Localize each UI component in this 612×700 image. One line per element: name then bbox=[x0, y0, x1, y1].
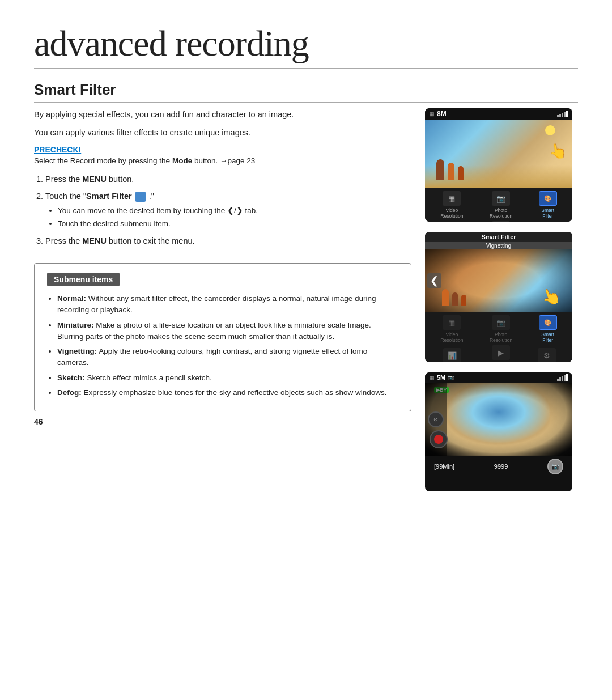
screen3-signal-icon bbox=[557, 374, 568, 381]
screen2-photo: ❮ 👆 bbox=[425, 249, 572, 312]
intro-line1: By applying special effects, you can add… bbox=[34, 108, 411, 121]
submenu-item-defog: Defog: Expressly emphasize blue tones fo… bbox=[57, 387, 398, 398]
screen3-count: 9999 bbox=[494, 463, 508, 470]
page-number: 46 bbox=[34, 417, 411, 426]
step-2-bullet-2: Touch the desired submenu item. bbox=[58, 218, 411, 230]
step-2-bullet-1: You can move to the desired item by touc… bbox=[58, 205, 411, 217]
photo-res-icon: 📷 bbox=[492, 191, 510, 206]
smart-filter-icon-box: 🎨 bbox=[539, 191, 557, 206]
screen2-sub: Vignetting bbox=[425, 242, 572, 249]
signal-icon bbox=[557, 111, 568, 117]
step-1: Press the MENU button. bbox=[45, 173, 411, 185]
submenu-item-normal: Normal: Without any smart filter effect,… bbox=[57, 293, 398, 316]
submenu-item-miniature: Miniature: Make a photo of a life-size l… bbox=[57, 320, 398, 343]
screen3-photo: ▶BY ⊙ bbox=[425, 383, 572, 456]
submenu-list: Normal: Without any smart filter effect,… bbox=[47, 293, 398, 398]
submenu-item-sketch: Sketch: Sketch effect mimics a pencil sk… bbox=[57, 372, 398, 384]
screen2-panorama: 📊 Panorama bbox=[441, 348, 464, 362]
steps-list: Press the MENU button. Touch the "Smart … bbox=[34, 173, 411, 247]
submenu-item-vignetting: Vignetting: Apply the retro-looking colo… bbox=[57, 346, 398, 369]
screen1-photo-res: 📷 PhotoResolution bbox=[490, 191, 512, 219]
screen1-photo: 👆 bbox=[425, 120, 572, 188]
screen2-smart-filter: 🎨 SmartFilter bbox=[539, 315, 557, 343]
s2-settings-icon: ⚙ bbox=[538, 348, 556, 362]
record-button[interactable] bbox=[430, 430, 448, 448]
camera-screen-1: ▦ 8M bbox=[425, 108, 572, 222]
screen2-menu-row: ▦ VideoResolution 📷 PhotoResolution 🎨 Sm… bbox=[425, 312, 572, 344]
screen3-bottom: [99Min] 9999 📷 bbox=[425, 456, 572, 477]
precheck-label: PRECHECK! bbox=[34, 145, 411, 154]
screen1-bottom-row: 📊 Panorama ▶ QuickView ⚙ Settings bbox=[425, 220, 572, 222]
screen1-video-res: ▦ VideoResolution bbox=[440, 191, 463, 219]
left-column: By applying special effects, you can add… bbox=[34, 108, 411, 491]
screen2-settings: ⚙ Settings bbox=[538, 348, 556, 362]
s2-panorama-icon: 📊 bbox=[443, 348, 461, 362]
hand-cursor-1: 👆 bbox=[547, 141, 568, 161]
screen2-arrow-left: ❮ bbox=[427, 273, 441, 288]
intro-line2: You can apply various filter effects to … bbox=[34, 126, 411, 139]
camera-screen-2: Smart Filter Vignetting ❮ 👆 ▦ VideoResol… bbox=[425, 232, 572, 362]
screen2-video-res: ▦ VideoResolution bbox=[440, 315, 463, 343]
precheck-desc: Select the Record mode by pressing the M… bbox=[34, 156, 411, 165]
page-title: advanced recording bbox=[34, 23, 578, 69]
screen2-bottom-row: 📊 Panorama ▶ QuickView ⚙ Settings bbox=[425, 344, 572, 362]
step-3: Press the MENU button to exit the menu. bbox=[45, 235, 411, 247]
screen2-header: Smart Filter bbox=[425, 232, 572, 242]
section-title: Smart Filter bbox=[34, 81, 578, 103]
smart-filter-icon bbox=[135, 192, 146, 202]
screen2-quickview: ▶ QuickView bbox=[492, 345, 510, 362]
submenu-box: Submenu items Normal: Without any smart … bbox=[34, 263, 411, 411]
s2-video-res-icon: ▦ bbox=[443, 315, 461, 330]
s2-quickview-icon: ▶ bbox=[492, 345, 510, 360]
s2-smart-filter-icon: 🎨 bbox=[539, 315, 557, 330]
right-column: ▦ 8M bbox=[425, 108, 578, 491]
secondary-btn[interactable]: ⊙ bbox=[428, 411, 444, 427]
quickview-icon: ▶ bbox=[492, 221, 510, 222]
screen1-menu-row: ▦ VideoResolution 📷 PhotoResolution 🎨 Sm… bbox=[425, 188, 572, 220]
screen1-smart-filter: 🎨 SmartFilter bbox=[539, 191, 557, 219]
camera-screen-3: ▦ 5M 📷 ▶BY bbox=[425, 372, 572, 491]
screen2-photo-res: 📷 PhotoResolution bbox=[490, 315, 512, 343]
shutter-button[interactable]: 📷 bbox=[547, 459, 563, 474]
screen1-topbar: ▦ 8M bbox=[425, 108, 572, 120]
submenu-title: Submenu items bbox=[47, 273, 120, 286]
screen3-topbar: ▦ 5M 📷 bbox=[425, 372, 572, 383]
screen3-time: [99Min] bbox=[434, 463, 454, 470]
video-res-icon: ▦ bbox=[443, 191, 461, 206]
step-2: Touch the "Smart Filter ." You can move … bbox=[45, 190, 411, 230]
record-inner bbox=[434, 435, 443, 444]
s2-photo-res-icon: 📷 bbox=[492, 315, 510, 330]
screen1-quickview: ▶ QuickView bbox=[492, 221, 510, 222]
